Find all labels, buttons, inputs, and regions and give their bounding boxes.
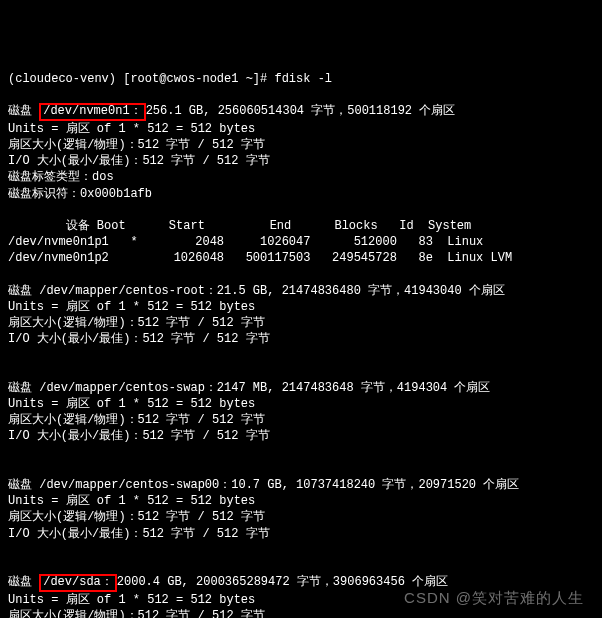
disk3-units: Units = 扇区 of 1 * 512 = 512 bytes: [8, 397, 255, 411]
disk5-lead: 磁盘: [8, 575, 39, 589]
disk3-sector: 扇区大小(逻辑/物理)：512 字节 / 512 字节: [8, 413, 265, 427]
disk-nvme0n1-highlight: /dev/nvme0n1：: [39, 103, 145, 121]
ptable-header: 设备 Boot Start End Blocks Id System: [8, 219, 471, 233]
disk-sda-highlight: /dev/sda：: [39, 574, 117, 592]
disk1-tail: 256.1 GB, 256060514304 字节，500118192 个扇区: [146, 104, 456, 118]
disk1-sector: 扇区大小(逻辑/物理)：512 字节 / 512 字节: [8, 138, 265, 152]
ptable-row: /dev/nvme0n1p1 * 2048 1026047 512000 83 …: [8, 235, 483, 249]
disk2-io: I/O 大小(最小/最佳)：512 字节 / 512 字节: [8, 332, 270, 346]
disk1-identifier: 磁盘标识符：0x000b1afb: [8, 187, 152, 201]
disk2-head: 磁盘 /dev/mapper/centos-root：21.5 GB, 2147…: [8, 284, 505, 298]
disk1-labeltype: 磁盘标签类型：dos: [8, 170, 114, 184]
disk1-io: I/O 大小(最小/最佳)：512 字节 / 512 字节: [8, 154, 270, 168]
disk-label: 磁盘: [8, 104, 39, 118]
watermark-text: CSDN @笑对苦难的人生: [404, 588, 584, 608]
disk4-units: Units = 扇区 of 1 * 512 = 512 bytes: [8, 494, 255, 508]
disk4-io: I/O 大小(最小/最佳)：512 字节 / 512 字节: [8, 527, 270, 541]
disk4-sector: 扇区大小(逻辑/物理)：512 字节 / 512 字节: [8, 510, 265, 524]
shell-prompt: (cloudeco-venv) [root@cwos-node1 ~]# fdi…: [8, 72, 332, 86]
disk1-units: Units = 扇区 of 1 * 512 = 512 bytes: [8, 122, 255, 136]
disk5-units: Units = 扇区 of 1 * 512 = 512 bytes: [8, 593, 255, 607]
disk5-sector: 扇区大小(逻辑/物理)：512 字节 / 512 字节: [8, 609, 265, 618]
disk3-head: 磁盘 /dev/mapper/centos-swap：2147 MB, 2147…: [8, 381, 490, 395]
disk3-io: I/O 大小(最小/最佳)：512 字节 / 512 字节: [8, 429, 270, 443]
ptable-row: /dev/nvme0n1p2 1026048 500117503 2495457…: [8, 251, 512, 265]
disk5-tail: 2000.4 GB, 2000365289472 字节，3906963456 个…: [117, 575, 448, 589]
disk2-sector: 扇区大小(逻辑/物理)：512 字节 / 512 字节: [8, 316, 265, 330]
disk2-units: Units = 扇区 of 1 * 512 = 512 bytes: [8, 300, 255, 314]
disk4-head: 磁盘 /dev/mapper/centos-swap00：10.7 GB, 10…: [8, 478, 519, 492]
